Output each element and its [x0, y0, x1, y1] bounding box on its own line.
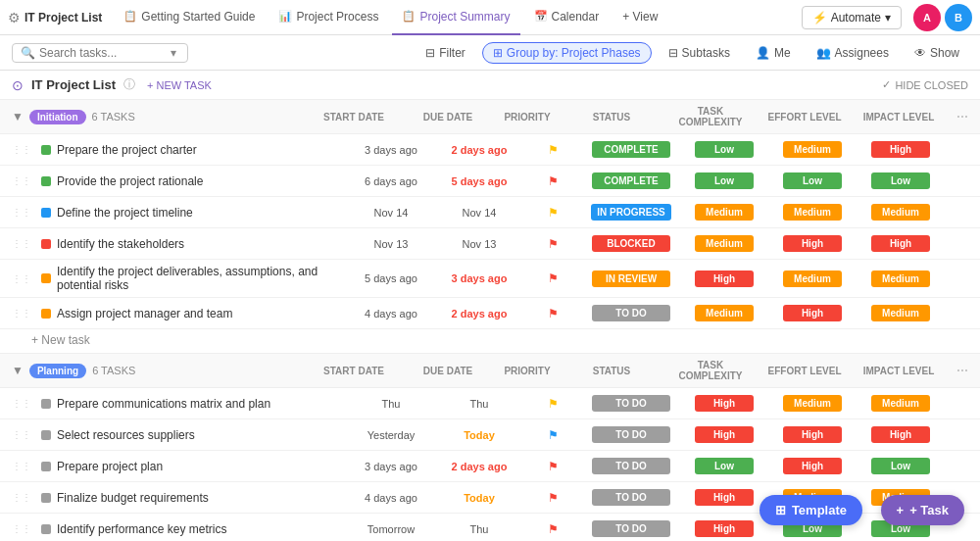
phase-task-count-planning: 6 TASKS	[92, 365, 135, 376]
collapse-initiation-button[interactable]: ▼	[12, 110, 24, 123]
phase-settings-initiation[interactable]: ⋯	[956, 110, 968, 123]
project-header: ⊙ IT Project List ⓘ + NEW TASK ✓ HIDE CL…	[0, 71, 980, 99]
task-name-label[interactable]: Finalize budget requirements	[57, 491, 209, 505]
assignees-button[interactable]: 👥 Assignees	[808, 42, 898, 64]
task-impact: Low	[857, 172, 945, 189]
col-header-priority2: PRIORITY	[498, 366, 557, 376]
task-name-label[interactable]: Identify the project deliverables, assum…	[57, 265, 347, 292]
task-status: TO DO	[582, 426, 680, 443]
task-name-label[interactable]: Identify performance key metrics	[57, 522, 226, 536]
drag-handle[interactable]: ⋮⋮	[12, 238, 31, 249]
phase-header-initiation: ▼ Initiation 6 TASKS START DATE DUE DATE…	[0, 99, 980, 134]
task-name-label[interactable]: Provide the project rationale	[57, 174, 203, 188]
task-priority: ⚑	[523, 397, 582, 411]
collapse-planning-button[interactable]: ▼	[12, 364, 24, 377]
app-icon: ⚙	[8, 10, 21, 25]
drag-handle[interactable]: ⋮⋮	[12, 308, 31, 319]
task-complexity: Medium	[680, 204, 768, 221]
task-name-label[interactable]: Prepare project plan	[57, 460, 163, 473]
task-name-label[interactable]: Define the project timeline	[57, 206, 193, 220]
task-status: TO DO	[582, 520, 680, 537]
tab-project-summary[interactable]: 📋 Project Summary	[392, 0, 519, 35]
col-header-impact: IMPACT LEVEL	[855, 112, 943, 123]
tab-project-process[interactable]: 📊 Project Process	[269, 0, 388, 35]
tab-icon: 📊	[278, 10, 292, 23]
task-impact: Low	[857, 458, 945, 474]
drag-handle[interactable]: ⋮⋮	[12, 175, 31, 186]
col-header-status: STATUS	[563, 112, 661, 123]
task-complexity: High	[680, 520, 768, 537]
task-priority: ⚑	[523, 143, 582, 157]
drag-handle[interactable]: ⋮⋮	[12, 523, 31, 534]
task-name-label[interactable]: Prepare communications matrix and plan	[57, 397, 270, 411]
task-color-dot	[41, 176, 51, 186]
phase-badge-planning: Planning	[29, 364, 86, 378]
task-color-dot	[41, 273, 51, 283]
task-priority: ⚑	[523, 307, 582, 320]
tab-icon: 📅	[534, 10, 548, 23]
task-effort: High	[768, 305, 857, 321]
task-complexity: Low	[680, 458, 768, 474]
subtasks-button[interactable]: ⊟ Subtasks	[660, 42, 739, 64]
drag-handle[interactable]: ⋮⋮	[12, 144, 31, 155]
add-task-button[interactable]: + NEW TASK	[147, 79, 212, 91]
tab-calendar[interactable]: 📅 Calendar	[524, 0, 610, 35]
task-start: Tomorrow	[347, 523, 435, 535]
drag-handle[interactable]: ⋮⋮	[12, 273, 31, 284]
subtasks-icon: ⊟	[668, 46, 678, 60]
col-header-start2: START DATE	[310, 366, 398, 376]
task-start: 5 days ago	[347, 272, 435, 284]
task-color-dot	[41, 399, 51, 409]
task-start: 4 days ago	[347, 492, 435, 504]
search-box[interactable]: 🔍 ▾	[12, 43, 188, 63]
drag-handle[interactable]: ⋮⋮	[12, 429, 31, 440]
task-due: Thu	[435, 398, 523, 410]
task-due: Nov 14	[435, 207, 523, 219]
group-by-button[interactable]: ⊞ Group by: Project Phases	[482, 42, 652, 64]
task-impact: Medium	[857, 305, 945, 321]
task-status: TO DO	[582, 305, 680, 321]
task-color-dot	[41, 145, 51, 155]
automate-button[interactable]: ⚡ Automate ▾	[802, 6, 902, 29]
task-priority: ⚑	[523, 522, 582, 536]
me-button[interactable]: 👤 Me	[747, 42, 800, 64]
task-due: 2 days ago	[435, 308, 523, 320]
add-task-fab-button[interactable]: + + Task	[881, 495, 964, 525]
task-color-dot	[41, 493, 51, 503]
task-name-label[interactable]: Select resources suppliers	[57, 428, 195, 442]
tab-getting-started[interactable]: 📋 Getting Started Guide	[114, 0, 265, 35]
task-name-label[interactable]: Identify the stakeholders	[57, 237, 184, 251]
task-priority: ⚑	[523, 460, 582, 473]
search-input[interactable]	[39, 46, 167, 60]
task-row: ⋮⋮ Select resources suppliers Yesterday …	[0, 419, 980, 451]
app-title: IT Project List	[24, 11, 102, 25]
show-button[interactable]: 👁 Show	[906, 42, 968, 64]
phase-initiation: ▼ Initiation 6 TASKS START DATE DUE DATE…	[0, 99, 980, 351]
task-start: 3 days ago	[347, 144, 435, 156]
filter-button[interactable]: ⊟ Filter	[416, 42, 474, 64]
task-due: 3 days ago	[435, 272, 523, 284]
me-icon: 👤	[756, 46, 770, 60]
drag-handle[interactable]: ⋮⋮	[12, 492, 31, 503]
task-due: 2 days ago	[435, 461, 523, 472]
task-color-dot	[41, 462, 51, 471]
task-start: 3 days ago	[347, 461, 435, 472]
tab-view[interactable]: + View	[612, 0, 667, 35]
top-nav: ⚙ IT Project List 📋 Getting Started Guid…	[0, 0, 980, 35]
drag-handle[interactable]: ⋮⋮	[12, 461, 31, 471]
template-fab-button[interactable]: ⊞ Template	[760, 495, 862, 525]
check-icon: ✓	[882, 78, 891, 91]
drag-handle[interactable]: ⋮⋮	[12, 207, 31, 218]
add-task-initiation[interactable]: + New task	[0, 329, 980, 351]
task-name-label[interactable]: Prepare the project charter	[57, 143, 197, 157]
task-due: 5 days ago	[435, 175, 523, 187]
task-start: 4 days ago	[347, 308, 435, 320]
hide-closed-button[interactable]: ✓ HIDE CLOSED	[882, 78, 968, 91]
task-status: COMPLETE	[582, 141, 680, 158]
task-priority: ⚑	[523, 206, 582, 220]
task-priority: ⚑	[523, 237, 582, 251]
phase-settings-planning[interactable]: ⋯	[956, 364, 968, 377]
task-name-label[interactable]: Assign project manager and team	[57, 307, 232, 320]
task-priority: ⚑	[523, 491, 582, 505]
drag-handle[interactable]: ⋮⋮	[12, 398, 31, 409]
